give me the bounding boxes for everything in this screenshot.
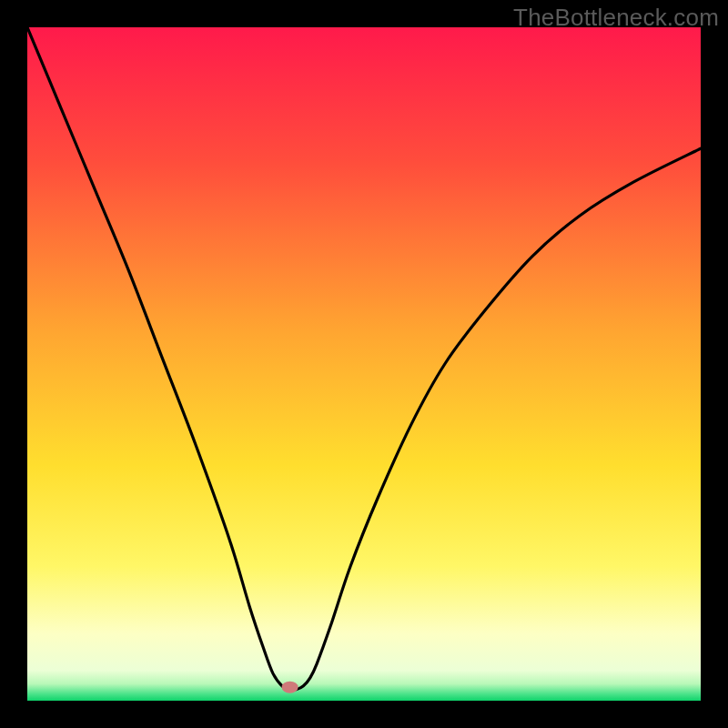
gradient-background xyxy=(27,27,701,701)
plot-area xyxy=(27,27,701,701)
optimal-point-marker xyxy=(282,682,298,693)
chart-frame: TheBottleneck.com xyxy=(0,0,728,728)
chart-svg xyxy=(27,27,701,701)
